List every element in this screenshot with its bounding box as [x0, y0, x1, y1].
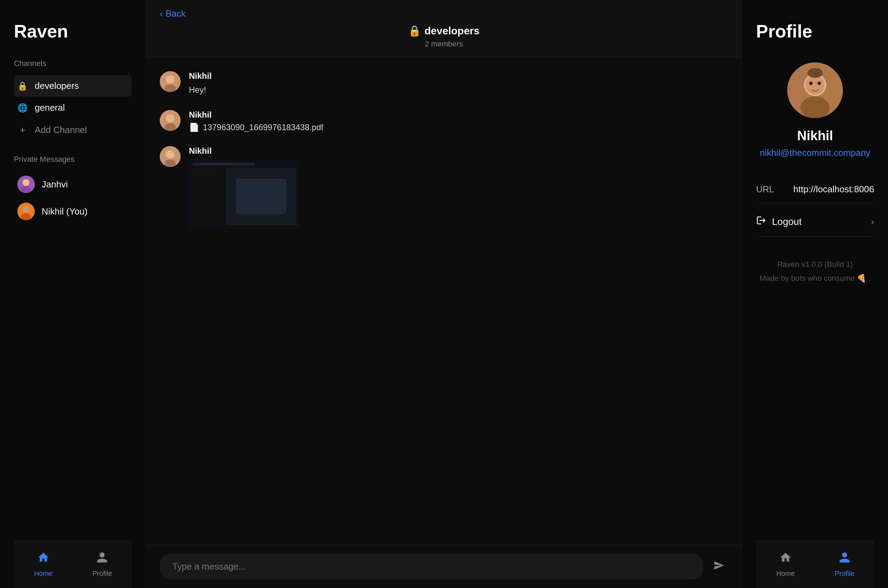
globe-icon: 🌐: [17, 103, 28, 113]
send-button[interactable]: [710, 556, 728, 577]
message-content-3: Nikhil: [189, 146, 728, 229]
back-chevron-icon: ‹: [160, 8, 163, 19]
message-input-area: [146, 545, 742, 588]
avatar: [160, 146, 180, 167]
logout-chevron-icon: ›: [871, 216, 874, 227]
message-image-preview: [189, 159, 300, 229]
version-line-1: Raven v1.0.0 (Build 1): [756, 258, 874, 272]
url-value: http://localhost:8006: [793, 184, 874, 195]
dm-name-janhvi: Janhvi: [42, 179, 68, 190]
right-nav-profile-label: Profile: [835, 570, 855, 578]
channel-header: ‹ Back 🔒 developers 2 members: [146, 0, 742, 57]
message-input[interactable]: [160, 554, 703, 580]
dm-item-janhvi[interactable]: Janhvi: [14, 171, 132, 198]
logout-label: Logout: [772, 216, 802, 227]
version-line-2: Made by bots who consume 🍕 .: [756, 272, 874, 285]
channel-name-header: 🔒 developers: [408, 25, 479, 37]
svg-point-7: [166, 75, 174, 84]
channel-name-text: developers: [424, 25, 479, 37]
svg-point-5: [21, 213, 31, 220]
profile-avatar-container: [756, 63, 874, 118]
avatar-janhvi: [17, 176, 35, 193]
home-icon-right: [779, 551, 792, 567]
svg-point-19: [809, 82, 813, 85]
left-nav-home[interactable]: Home: [14, 548, 73, 581]
message-text-1: Hey!: [189, 84, 728, 96]
add-channel-button[interactable]: ＋ Add Channel: [14, 119, 132, 141]
right-panel: Profile Nikhil nikhil@thecommit.company: [742, 0, 888, 588]
private-messages-label: Private Messages: [14, 155, 132, 164]
back-label: Back: [166, 8, 186, 19]
right-nav-home-label: Home: [776, 570, 795, 578]
left-nav-home-label: Home: [34, 570, 53, 578]
right-nav-home[interactable]: Home: [756, 548, 815, 581]
avatar: [160, 110, 180, 131]
channel-item-general[interactable]: 🌐 general: [14, 97, 132, 119]
app-title: Raven: [14, 21, 132, 42]
file-icon: 📄: [189, 123, 199, 132]
logout-row[interactable]: Logout ›: [756, 207, 874, 237]
send-icon: [713, 560, 724, 571]
svg-point-21: [807, 68, 823, 78]
dm-item-nikhil[interactable]: Nikhil (You): [14, 198, 132, 225]
back-button[interactable]: ‹ Back: [160, 8, 728, 19]
left-nav-profile-label: Profile: [92, 570, 112, 578]
channels-label: Channels: [14, 59, 132, 68]
message-sender-1: Nikhil: [189, 71, 728, 81]
svg-point-18: [805, 75, 825, 95]
left-sidebar: Raven Channels 🔒 developers 🌐 general ＋ …: [0, 0, 146, 588]
url-label: URL: [756, 184, 774, 195]
add-channel-label: Add Channel: [35, 124, 87, 135]
profile-url-row: URL http://localhost:8006: [756, 176, 874, 203]
svg-point-20: [817, 82, 821, 85]
message-content-1: Nikhil Hey!: [189, 71, 728, 96]
left-nav-profile[interactable]: Profile: [73, 548, 132, 581]
table-row: Nikhil Hey!: [160, 71, 728, 96]
svg-point-1: [23, 179, 30, 186]
right-bottom-nav: Home Profile: [756, 540, 874, 588]
profile-page-title: Profile: [756, 21, 874, 42]
channel-title-row: 🔒 developers 2 members: [160, 25, 728, 49]
private-messages-section: Private Messages Janhvi: [14, 155, 132, 225]
version-period: .: [868, 274, 871, 282]
svg-point-4: [23, 206, 30, 213]
message-sender-3: Nikhil: [189, 146, 728, 156]
message-sender-2: Nikhil: [189, 110, 728, 120]
channel-name-general: general: [35, 102, 65, 113]
right-nav-profile[interactable]: Profile: [815, 548, 874, 581]
avatar: [160, 71, 180, 92]
version-line-2-text: Made by bots who consume: [759, 274, 855, 282]
nikhil-face: [17, 203, 35, 220]
svg-point-10: [166, 114, 174, 123]
channel-lock-icon: 🔒: [408, 25, 421, 37]
avatar-nikhil-you: [17, 203, 35, 220]
table-row: Nikhil: [160, 146, 728, 229]
table-row: Nikhil 📄 137963090_1669976183438.pdf: [160, 110, 728, 132]
dm-name-nikhil: Nikhil (You): [42, 206, 87, 217]
logout-left: Logout: [756, 215, 802, 228]
file-name: 137963090_1669976183438.pdf: [203, 123, 323, 132]
pizza-icon: 🍕: [857, 274, 866, 282]
middle-panel: ‹ Back 🔒 developers 2 members: [146, 0, 742, 588]
svg-point-13: [166, 150, 174, 159]
home-icon-left: [37, 551, 50, 567]
channel-name-developers: developers: [35, 81, 79, 91]
profile-avatar: [787, 63, 843, 118]
lock-icon: 🔒: [17, 81, 28, 91]
version-info: Raven v1.0.0 (Build 1) Made by bots who …: [756, 258, 874, 285]
profile-name: Nikhil: [756, 128, 874, 143]
profile-icon-right: [838, 551, 851, 567]
messages-area: Nikhil Hey! Nikhil 📄 1379: [146, 57, 742, 545]
profile-email: nikhil@thecommit.company: [756, 147, 874, 158]
janhvi-face: [17, 176, 35, 193]
channel-item-developers[interactable]: 🔒 developers: [14, 75, 132, 97]
preview-inner: [189, 159, 300, 229]
svg-point-17: [801, 96, 829, 118]
logout-icon: [756, 215, 766, 228]
message-content-2: Nikhil 📄 137963090_1669976183438.pdf: [189, 110, 728, 132]
svg-point-2: [21, 186, 31, 193]
plus-icon: ＋: [17, 124, 28, 135]
left-bottom-nav: Home Profile: [14, 540, 132, 588]
channel-members-count: 2 members: [425, 40, 463, 49]
profile-icon-left: [96, 551, 108, 567]
